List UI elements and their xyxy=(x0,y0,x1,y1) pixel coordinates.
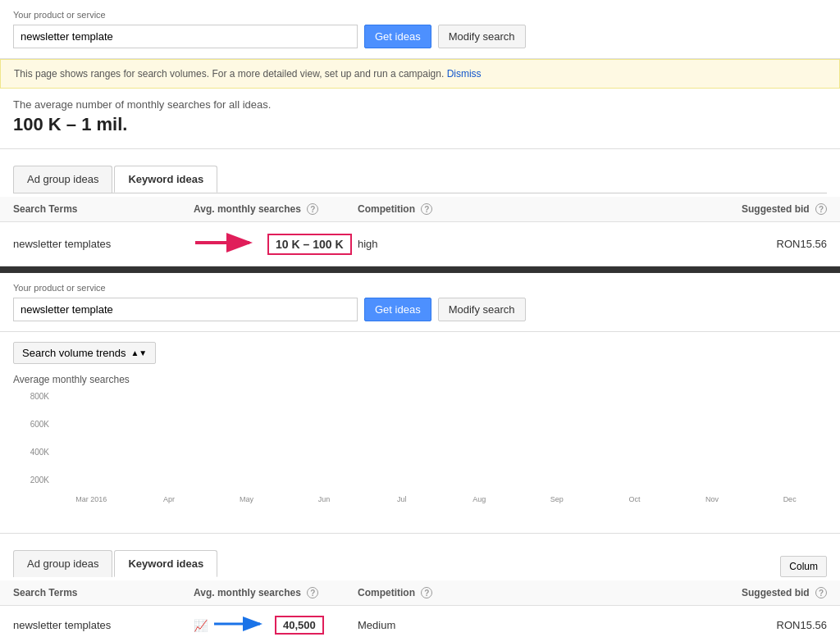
get-ideas-button[interactable]: Get ideas xyxy=(364,25,431,48)
trend-chart-icon: 📈 xyxy=(194,619,208,632)
top-input-row: Get ideas Modify search xyxy=(13,25,827,48)
comp2-cell: Medium xyxy=(358,619,489,631)
modify-search-button[interactable]: Modify search xyxy=(438,25,526,48)
tabs-bar-2: Ad group ideas Keyword ideas xyxy=(13,550,219,577)
service-label: Your product or service xyxy=(13,10,827,20)
bar-dec: Dec xyxy=(752,492,827,503)
table-row-2: newsletter templates 📈 40,500 Medium RON… xyxy=(0,606,840,637)
col-comp-header: Competition ? xyxy=(358,203,489,215)
tab-ad-group-ideas-2[interactable]: Ad group ideas xyxy=(13,550,112,577)
col-bid-header: Suggested bid ? xyxy=(489,203,827,215)
col-term-header: Search Terms xyxy=(13,203,194,215)
comp-cell-1: high xyxy=(358,238,489,250)
bid2-cell: RON15.56 xyxy=(489,619,827,631)
chevron-down-icon: ▲▼ xyxy=(130,348,147,357)
col2-bid-header: Suggested bid ? xyxy=(489,587,827,598)
comp-help-icon[interactable]: ? xyxy=(421,203,432,215)
y-label-800k: 800K xyxy=(30,392,49,401)
bar-jul: Jul xyxy=(364,492,439,503)
avg2-value: 40,500 xyxy=(275,616,324,635)
y-label-400k: 400K xyxy=(30,448,49,457)
service-input[interactable] xyxy=(13,25,358,48)
tabs-bar-1: Ad group ideas Keyword ideas xyxy=(13,166,827,193)
tab-keyword-ideas-2[interactable]: Keyword ideas xyxy=(114,550,217,577)
bar-oct-label: Oct xyxy=(628,495,640,503)
avg-help-icon[interactable]: ? xyxy=(307,203,318,215)
section2-input-row: Get ideas Modify search xyxy=(13,298,827,321)
bar-apr: Apr xyxy=(132,492,207,503)
dismiss-link[interactable]: Dismiss xyxy=(447,68,482,80)
bar-may-label: May xyxy=(240,495,253,503)
section2-get-ideas-button[interactable]: Get ideas xyxy=(364,298,431,321)
section2-label: Your product or service xyxy=(13,283,827,293)
red-arrow-icon xyxy=(194,230,259,257)
y-axis: 800K 600K 400K 200K xyxy=(13,392,52,503)
avg-cell-1: 10 K – 100 K xyxy=(194,230,358,257)
bid-help-icon[interactable]: ? xyxy=(815,203,827,215)
divider xyxy=(0,266,840,273)
bar-sep: Sep xyxy=(520,492,595,503)
bar-mar2016-label: Mar 2016 xyxy=(75,495,107,503)
notice-bar: This page shows ranges for search volume… xyxy=(0,59,840,89)
y-label-600k: 600K xyxy=(30,420,49,429)
section2-service-input[interactable] xyxy=(13,298,358,321)
chart-dropdown-label: Search volume trends xyxy=(22,347,126,359)
table2-header: Search Terms Avg. monthly searches ? Com… xyxy=(0,580,840,606)
bar-may: May xyxy=(209,492,284,503)
chart-section: Search volume trends ▲▼ Average monthly … xyxy=(0,332,840,534)
bottom-tabs-container: Ad group ideas Keyword ideas Colum xyxy=(0,534,840,580)
bar-jun-label: Jun xyxy=(318,495,331,503)
chart-title: Average monthly searches xyxy=(13,374,827,385)
tab-keyword-ideas-1[interactable]: Keyword ideas xyxy=(114,166,217,193)
col2-comp-header: Competition ? xyxy=(358,587,489,598)
bar-oct: Oct xyxy=(597,492,672,503)
section2-modify-search-button[interactable]: Modify search xyxy=(438,298,526,321)
table-row-1: newsletter templates 10 K – 100 K high R… xyxy=(0,222,840,266)
bar-nov-label: Nov xyxy=(705,495,719,503)
term2-cell: newsletter templates xyxy=(13,619,194,631)
bar-jul-label: Jul xyxy=(397,495,407,503)
avg-searches-label: The average number of monthly searches f… xyxy=(13,98,827,111)
col2-term-header: Search Terms xyxy=(13,587,194,598)
bar-apr-label: Apr xyxy=(163,495,175,503)
bar-aug-label: Aug xyxy=(472,495,486,503)
bar-chart: 800K 600K 400K 200K Mar 2016 Apr May Jun… xyxy=(13,392,827,523)
y-label-200k: 200K xyxy=(30,475,49,485)
bid2-help-icon[interactable]: ? xyxy=(815,587,827,598)
bid-cell-1: RON15.56 xyxy=(489,238,827,250)
tab-ad-group-ideas-1[interactable]: Ad group ideas xyxy=(13,166,112,193)
notice-text: This page shows ranges for search volume… xyxy=(14,68,444,80)
section2-service: Your product or service Get ideas Modify… xyxy=(0,273,840,332)
bar-nov: Nov xyxy=(675,492,750,503)
comp2-help-icon[interactable]: ? xyxy=(421,587,432,598)
bar-jun: Jun xyxy=(287,492,362,503)
tabs-container-1: Ad group ideas Keyword ideas xyxy=(0,149,840,197)
avg2-cell: 📈 40,500 xyxy=(194,614,358,636)
blue-arrow-icon xyxy=(212,614,270,636)
bar-aug: Aug xyxy=(442,492,517,503)
bar-mar2016: Mar 2016 xyxy=(54,492,129,503)
col-avg-header: Avg. monthly searches ? xyxy=(194,203,358,215)
avg-searches-value: 100 K – 1 mil. xyxy=(13,114,827,135)
term-cell-1: newsletter templates xyxy=(13,238,194,250)
bar-sep-label: Sep xyxy=(550,495,564,503)
bar-dec-label: Dec xyxy=(783,495,797,503)
chart-dropdown-button[interactable]: Search volume trends ▲▼ xyxy=(13,342,156,364)
col2-avg-header: Avg. monthly searches ? xyxy=(194,587,358,598)
table1-header: Search Terms Avg. monthly searches ? Com… xyxy=(0,197,840,222)
range-value-1: 10 K – 100 K xyxy=(267,234,352,255)
avg2-help-icon[interactable]: ? xyxy=(307,587,318,598)
top-service-section: Your product or service Get ideas Modify… xyxy=(0,0,840,59)
columns-button[interactable]: Colum xyxy=(780,556,827,577)
avg-searches-section: The average number of monthly searches f… xyxy=(0,89,840,149)
